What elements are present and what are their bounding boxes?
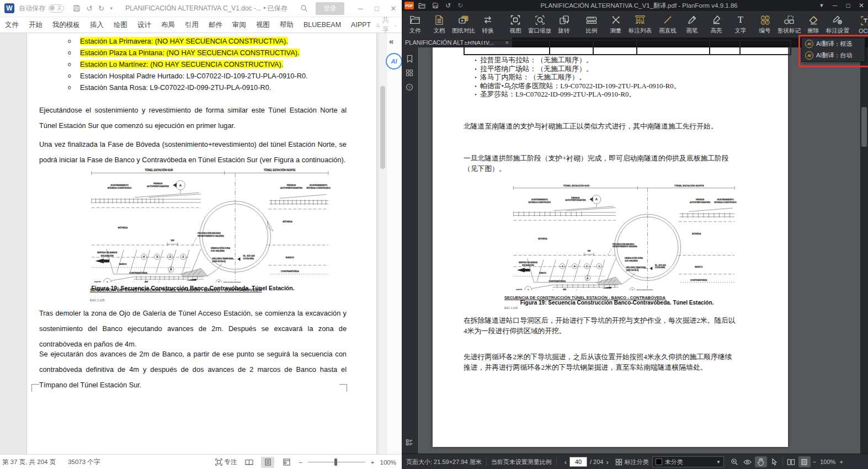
ribbon-tab-design[interactable]: 设计 — [132, 17, 156, 33]
redo-icon[interactable]: ↻ — [98, 4, 105, 13]
page-number-input[interactable] — [569, 457, 587, 467]
close-button[interactable]: ✕ — [855, 2, 868, 9]
toolbar-button-pen[interactable]: 画笔 — [680, 11, 704, 38]
ribbon-tab-view[interactable]: 视图 — [251, 17, 275, 33]
bookmarks-panel-icon[interactable] — [402, 52, 417, 65]
toolbar-button-view[interactable]: 视图 — [503, 11, 528, 38]
word-document-area[interactable]: o Estación La Primavera: (NO HAY SECUENC… — [0, 33, 386, 454]
autosave-toggle[interactable]: 关 — [49, 4, 64, 13]
maximize-button[interactable]: □ — [369, 4, 385, 13]
next-page-icon[interactable]: › — [606, 458, 608, 466]
label-contraboveda-left: CONTRABÓVEDA — [129, 271, 147, 274]
ribbon-tab-help[interactable]: 帮助 — [275, 17, 299, 33]
zoom-slider-thumb[interactable] — [334, 459, 337, 466]
toolbar-button-highlight[interactable]: 高亮 — [704, 11, 728, 38]
ai-assistant-badge[interactable]: AI — [386, 53, 402, 70]
web-layout-button[interactable] — [280, 457, 293, 468]
toolbar-button-scale[interactable]: 比例 — [579, 11, 604, 38]
zoom-percentage[interactable]: 100% — [820, 459, 835, 465]
zoom-out-button[interactable]: − — [299, 459, 302, 466]
toolbar-button-shape-mark[interactable]: 形状标记 — [777, 11, 801, 38]
menu-dropdown-icon[interactable]: ▼ — [815, 3, 828, 8]
help-panel-icon[interactable]: ? — [402, 81, 417, 94]
hand-tool-button[interactable] — [755, 456, 767, 467]
single-page-view-button[interactable] — [798, 456, 811, 467]
toolbar-button-numbering[interactable]: 1 2 3 4 编号 — [753, 11, 777, 38]
minimize-button[interactable]: ─ — [828, 2, 842, 9]
toolbar-button-annotation-settings[interactable]: 标注设置 — [826, 11, 850, 38]
zoom-area-button[interactable] — [728, 456, 741, 467]
ribbon-tab-review[interactable]: 审阅 — [227, 17, 251, 33]
figure-19-diagram-cn: TÚNEL ESTACIÓN SUR TÚNEL ESTACIÓN NORTE … — [488, 181, 759, 311]
ribbon-tab-layout[interactable]: 布局 — [156, 17, 180, 33]
annotation-panel-icon[interactable] — [402, 436, 417, 449]
zoom-in-button[interactable]: + — [371, 459, 375, 466]
search-icon[interactable] — [300, 4, 308, 12]
collapse-pane-icon[interactable]: « — [389, 36, 393, 46]
label-sostenimiento2: BÓVEDA CONSTRUIDO — [108, 186, 131, 189]
category-dropdown[interactable]: 未分类 ▼ — [652, 456, 724, 467]
zoom-in-button[interactable]: + — [839, 459, 843, 465]
zoom-out-button[interactable]: − — [813, 459, 816, 465]
read-mode-button[interactable] — [242, 457, 255, 468]
previous-page-icon[interactable]: ‹ — [565, 458, 567, 466]
zoom-percentage[interactable]: 100% — [380, 459, 396, 466]
toolbar-button-annotation-list[interactable]: 标注列表 — [628, 11, 652, 38]
planform-scrollbar-thumb[interactable] — [861, 107, 867, 147]
undo-icon[interactable]: ↺ — [86, 4, 93, 13]
ribbon-tab-references[interactable]: 引用 — [180, 17, 204, 33]
login-button[interactable]: 登录 — [316, 2, 344, 15]
ribbon-tab-my-templates[interactable]: 我的模板 — [47, 17, 85, 33]
close-button[interactable]: ✕ — [385, 4, 402, 13]
page-indicator[interactable]: 第 37 页, 共 204 页 — [2, 458, 56, 466]
redo-icon[interactable]: ↻ — [457, 2, 463, 9]
measure-scale-notice[interactable]: 当前页未设置测量比例 — [487, 458, 556, 466]
maximize-button[interactable]: □ — [842, 2, 855, 9]
ribbon-tab-home[interactable]: 开始 — [24, 17, 47, 33]
planform-vertical-scrollbar[interactable] — [860, 47, 868, 454]
annotation-category-button[interactable]: 标注分类 — [615, 458, 649, 466]
word-scrollbar-thumb[interactable] — [380, 86, 385, 169]
ribbon-tab-draw[interactable]: 绘图 — [109, 17, 132, 33]
share-button[interactable]: 共享 ⌄ — [376, 15, 397, 34]
toolbar-button-drawing-compare[interactable]: 图纸对比 — [451, 11, 476, 38]
toolbar-button-text[interactable]: T 文字 — [728, 11, 753, 38]
toolbar-button-document[interactable]: 文档 — [427, 11, 451, 38]
toolbar-button-erase[interactable]: 擦除 — [801, 11, 826, 38]
toolbar-button-rotate[interactable]: 旋转 — [552, 11, 576, 38]
pdf-page[interactable]: • 拉普里马韦拉站：（无施工顺序）。 • 拉平塔纳广场站：（无施工顺序）。 • … — [433, 47, 788, 447]
category-label: 标注分类 — [625, 458, 649, 466]
bullet-text: Estación La Primavera: (NO HAY SECUENCIA… — [80, 37, 288, 45]
toolbar-button-convert[interactable]: 转换 — [476, 11, 500, 38]
open-file-icon[interactable] — [418, 3, 425, 9]
label-tunel-sur: TÚNEL ESTACIÓN SUR — [145, 168, 173, 172]
toolbar-button-file[interactable]: 文件 — [403, 11, 427, 38]
bullet-text: Estación Hospital Padre Hurtado: L9-C070… — [80, 72, 308, 80]
toolbar-button-window-zoom[interactable]: 窗口缩放 — [528, 11, 552, 38]
word-page[interactable]: o Estación La Primavera: (NO HAY SECUENC… — [26, 33, 377, 454]
minimize-button[interactable]: ─ — [352, 4, 369, 13]
ribbon-tab-bluebeam[interactable]: BLUEBEAM — [299, 17, 346, 33]
toolbar-button-draw-line[interactable]: 画直线 — [656, 11, 680, 38]
toolbar-button-ocr[interactable]: OCR — [853, 11, 868, 38]
thumbnails-panel-icon[interactable] — [402, 66, 417, 79]
ribbon-tab-aippt[interactable]: AIPPT — [346, 17, 376, 33]
select-tool-button[interactable] — [768, 456, 780, 467]
view-visibility-button[interactable] — [742, 456, 754, 467]
toolbar-label: 高亮 — [711, 27, 722, 35]
ribbon-tab-insert[interactable]: 插入 — [85, 17, 109, 33]
ribbon-tab-file[interactable]: 文件 — [0, 17, 24, 33]
ribbon-tab-mailings[interactable]: 邮件 — [204, 17, 227, 33]
focus-mode-button[interactable]: 专注 — [215, 458, 237, 466]
save-icon[interactable] — [432, 2, 439, 9]
toolbar-button-measure[interactable]: 测量 — [604, 11, 628, 38]
toolbar-label: 画直线 — [659, 27, 677, 35]
label-marker-a: A — [595, 198, 598, 201]
zoom-slider[interactable] — [308, 457, 365, 468]
two-page-view-button[interactable] — [785, 456, 797, 467]
print-layout-button[interactable] — [261, 457, 274, 468]
undo-icon[interactable]: ↺ — [445, 2, 451, 9]
word-vertical-scrollbar[interactable] — [379, 33, 386, 454]
save-icon[interactable] — [73, 4, 81, 12]
word-count[interactable]: 35073 个字 — [68, 458, 100, 466]
